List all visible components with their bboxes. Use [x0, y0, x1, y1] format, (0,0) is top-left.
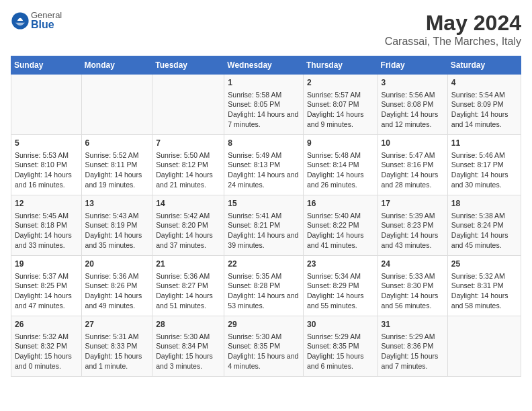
calendar-week-row: 26Sunrise: 5:32 AMSunset: 8:32 PMDayligh…: [11, 316, 521, 377]
daylight-text: Daylight: 15 hours and 3 minutes.: [156, 351, 220, 371]
calendar-cell: 27Sunrise: 5:31 AMSunset: 8:33 PMDayligh…: [81, 316, 152, 377]
sunset-text: Sunset: 8:25 PM: [15, 281, 78, 291]
logo-icon: [11, 11, 30, 30]
day-number: 17: [382, 198, 444, 210]
header-day: Thursday: [303, 56, 378, 75]
day-number: 22: [228, 259, 300, 270]
calendar-cell: 20Sunrise: 5:36 AMSunset: 8:26 PMDayligh…: [81, 256, 152, 316]
sunrise-text: Sunrise: 5:30 AM: [228, 332, 300, 342]
daylight-text: Daylight: 14 hours and 39 minutes.: [228, 230, 300, 250]
daylight-text: Daylight: 14 hours and 55 minutes.: [307, 291, 374, 310]
day-number: 26: [15, 319, 78, 330]
sunrise-text: Sunrise: 5:40 AM: [307, 211, 374, 221]
page-header: General Blue May 2024 Carassai, The Marc…: [11, 11, 521, 48]
sunset-text: Sunset: 8:11 PM: [85, 160, 149, 170]
day-number: 15: [228, 198, 300, 210]
day-number: 27: [85, 319, 149, 330]
calendar-cell: 26Sunrise: 5:32 AMSunset: 8:32 PMDayligh…: [11, 316, 82, 377]
daylight-text: Daylight: 15 hours and 1 minute.: [85, 351, 149, 371]
daylight-text: Daylight: 14 hours and 9 minutes.: [307, 109, 374, 129]
day-number: 1: [228, 77, 300, 89]
sunrise-text: Sunrise: 5:42 AM: [156, 211, 220, 221]
daylight-text: Daylight: 14 hours and 19 minutes.: [85, 170, 149, 189]
calendar-cell: 25Sunrise: 5:32 AMSunset: 8:31 PMDayligh…: [447, 256, 521, 316]
day-number: 30: [307, 319, 374, 330]
day-number: 23: [307, 259, 374, 270]
calendar-cell: 23Sunrise: 5:34 AMSunset: 8:29 PMDayligh…: [303, 256, 378, 316]
logo-blue: Blue: [31, 19, 62, 30]
daylight-text: Daylight: 14 hours and 35 minutes.: [85, 230, 149, 250]
calendar-cell: 19Sunrise: 5:37 AMSunset: 8:25 PMDayligh…: [11, 256, 82, 316]
header-row: SundayMondayTuesdayWednesdayThursdayFrid…: [11, 56, 521, 75]
daylight-text: Daylight: 14 hours and 53 minutes.: [228, 291, 300, 310]
calendar-week-row: 19Sunrise: 5:37 AMSunset: 8:25 PMDayligh…: [11, 256, 521, 316]
calendar-week-row: 12Sunrise: 5:45 AMSunset: 8:18 PMDayligh…: [11, 195, 521, 256]
calendar-body: 1Sunrise: 5:58 AMSunset: 8:05 PMDaylight…: [11, 75, 521, 377]
calendar-cell: [152, 75, 224, 135]
daylight-text: Daylight: 15 hours and 4 minutes.: [228, 351, 300, 371]
day-number: 3: [382, 77, 444, 89]
daylight-text: Daylight: 15 hours and 6 minutes.: [307, 351, 374, 371]
sunrise-text: Sunrise: 5:43 AM: [85, 211, 149, 221]
day-number: 20: [85, 259, 149, 270]
sunset-text: Sunset: 8:23 PM: [382, 220, 444, 230]
daylight-text: Daylight: 14 hours and 51 minutes.: [156, 291, 220, 310]
sunrise-text: Sunrise: 5:29 AM: [307, 332, 374, 342]
sunset-text: Sunset: 8:24 PM: [451, 220, 517, 230]
calendar-cell: 8Sunrise: 5:49 AMSunset: 8:13 PMDaylight…: [224, 135, 304, 195]
sunrise-text: Sunrise: 5:54 AM: [451, 90, 517, 100]
daylight-text: Daylight: 14 hours and 30 minutes.: [451, 170, 517, 189]
calendar-cell: 7Sunrise: 5:50 AMSunset: 8:12 PMDaylight…: [152, 135, 224, 195]
sunset-text: Sunset: 8:05 PM: [228, 99, 300, 109]
calendar-cell: 17Sunrise: 5:39 AMSunset: 8:23 PMDayligh…: [378, 195, 447, 256]
calendar-cell: 15Sunrise: 5:41 AMSunset: 8:21 PMDayligh…: [224, 195, 304, 256]
calendar-cell: 11Sunrise: 5:46 AMSunset: 8:17 PMDayligh…: [447, 135, 521, 195]
day-number: 31: [382, 319, 444, 330]
calendar-cell: 10Sunrise: 5:47 AMSunset: 8:16 PMDayligh…: [378, 135, 447, 195]
sunset-text: Sunset: 8:20 PM: [156, 220, 220, 230]
sunrise-text: Sunrise: 5:37 AM: [15, 271, 78, 281]
day-number: 7: [156, 138, 220, 149]
sunrise-text: Sunrise: 5:53 AM: [15, 150, 78, 161]
day-number: 19: [15, 259, 78, 270]
sunset-text: Sunset: 8:09 PM: [451, 99, 517, 109]
daylight-text: Daylight: 14 hours and 58 minutes.: [451, 291, 517, 310]
day-number: 18: [451, 198, 517, 210]
calendar-cell: [447, 316, 521, 377]
sunrise-text: Sunrise: 5:32 AM: [451, 271, 517, 281]
sunset-text: Sunset: 8:30 PM: [382, 281, 444, 291]
daylight-text: Daylight: 14 hours and 16 minutes.: [15, 170, 78, 189]
sunset-text: Sunset: 8:31 PM: [451, 281, 517, 291]
day-number: 13: [85, 198, 149, 210]
daylight-text: Daylight: 14 hours and 47 minutes.: [15, 291, 78, 310]
calendar-cell: 5Sunrise: 5:53 AMSunset: 8:10 PMDaylight…: [11, 135, 82, 195]
sunrise-text: Sunrise: 5:34 AM: [307, 271, 374, 281]
sunset-text: Sunset: 8:35 PM: [228, 341, 300, 351]
daylight-text: Daylight: 14 hours and 56 minutes.: [382, 291, 444, 310]
sunrise-text: Sunrise: 5:57 AM: [307, 90, 374, 100]
day-number: 12: [15, 198, 78, 210]
sunset-text: Sunset: 8:12 PM: [156, 160, 220, 170]
sunset-text: Sunset: 8:16 PM: [382, 160, 444, 170]
calendar-cell: 6Sunrise: 5:52 AMSunset: 8:11 PMDaylight…: [81, 135, 152, 195]
calendar-cell: 12Sunrise: 5:45 AMSunset: 8:18 PMDayligh…: [11, 195, 82, 256]
daylight-text: Daylight: 15 hours and 0 minutes.: [15, 351, 78, 371]
sunset-text: Sunset: 8:21 PM: [228, 220, 300, 230]
daylight-text: Daylight: 14 hours and 7 minutes.: [228, 109, 300, 129]
calendar-cell: 4Sunrise: 5:54 AMSunset: 8:09 PMDaylight…: [447, 75, 521, 135]
sunrise-text: Sunrise: 5:30 AM: [156, 332, 220, 342]
calendar-cell: 2Sunrise: 5:57 AMSunset: 8:07 PMDaylight…: [303, 75, 378, 135]
sunset-text: Sunset: 8:36 PM: [382, 341, 444, 351]
sunrise-text: Sunrise: 5:29 AM: [382, 332, 444, 342]
sunrise-text: Sunrise: 5:47 AM: [382, 150, 444, 161]
sunrise-text: Sunrise: 5:38 AM: [451, 211, 517, 221]
sunrise-text: Sunrise: 5:39 AM: [382, 211, 444, 221]
calendar-table: SundayMondayTuesdayWednesdayThursdayFrid…: [11, 56, 521, 377]
sunrise-text: Sunrise: 5:52 AM: [85, 150, 149, 161]
calendar-cell: 22Sunrise: 5:35 AMSunset: 8:28 PMDayligh…: [224, 256, 304, 316]
daylight-text: Daylight: 15 hours and 7 minutes.: [382, 351, 444, 371]
day-number: 29: [228, 319, 300, 330]
sunset-text: Sunset: 8:29 PM: [307, 281, 374, 291]
sunset-text: Sunset: 8:22 PM: [307, 220, 374, 230]
sunset-text: Sunset: 8:10 PM: [15, 160, 78, 170]
